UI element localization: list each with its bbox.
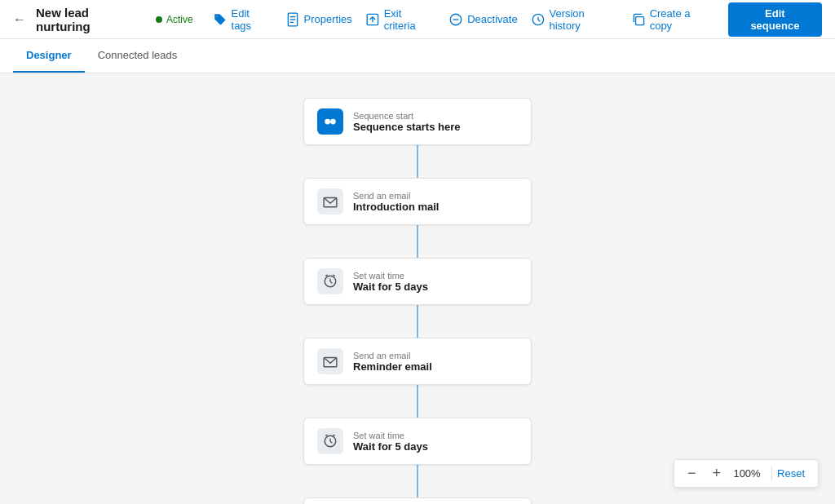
version-history-button[interactable]: Version history [531,7,618,32]
edit-tags-button[interactable]: Edit tags [213,7,272,32]
connector-1 [417,145,418,178]
svg-line-24 [325,435,327,435]
svg-line-19 [333,275,334,276]
connector-4 [417,385,418,418]
node-wait-1[interactable]: Set wait time Wait for 5 days [303,258,532,305]
node-sequence-start[interactable]: Sequence start Sequence starts here [303,98,532,145]
wait-1-icon [317,268,343,294]
node-email-1-title: Introduction mail [353,201,439,213]
tag-icon [213,12,228,27]
connector-2 [417,225,418,258]
sequence-flow: Sequence start Sequence starts here Send… [0,98,835,504]
connector-5 [417,465,418,497]
sequence-start-icon [317,108,343,135]
status-dot-icon [156,16,162,23]
email-1-icon [317,188,343,214]
tabs-bar: Designer Connected leads [0,39,835,73]
header-actions: Edit tags Properties Exit criteria Deact… [213,2,822,37]
properties-button[interactable]: Properties [285,12,352,27]
history-icon [531,12,546,27]
edit-sequence-button[interactable]: Edit sequence [728,2,822,37]
create-copy-button[interactable]: Create a copy [631,7,715,32]
zoom-controls: − + 100% Reset [674,459,819,488]
status-label: Active [166,14,193,25]
node-start-label: Sequence start [353,111,461,121]
status-badge: Active [156,14,193,25]
document-icon [285,12,300,27]
svg-rect-11 [635,16,643,24]
wait-2-icon [317,428,343,454]
page-title: New lead nurturing [36,6,146,33]
header: ← New lead nurturing Active Edit tags Pr… [0,0,835,39]
tab-connected-leads[interactable]: Connected leads [85,39,191,73]
svg-point-13 [330,119,336,125]
node-wait-1-title: Wait for 5 days [353,281,428,293]
exit-icon [365,12,380,27]
zoom-out-button[interactable]: − [683,463,701,484]
node-wait-2-title: Wait for 5 days [353,440,428,453]
node-phone-1[interactable]: Make a phone call Call customer [303,497,532,504]
tab-designer[interactable]: Designer [13,39,85,73]
email-2-icon [317,348,343,374]
svg-line-17 [330,281,332,283]
node-email-1[interactable]: Send an email Introduction mail [303,178,532,225]
back-button[interactable]: ← [13,12,26,27]
exit-criteria-button[interactable]: Exit criteria [365,7,435,32]
connector-3 [417,305,418,338]
node-wait-2[interactable]: Set wait time Wait for 5 days [303,418,532,465]
node-email-2-label: Send an email [353,351,432,360]
node-email-1-label: Send an email [353,191,439,201]
copy-icon [631,12,646,27]
node-wait-2-label: Set wait time [353,431,428,440]
node-email-2-title: Reminder email [353,360,432,373]
node-wait-1-label: Set wait time [353,271,428,281]
svg-line-25 [333,435,334,435]
svg-line-18 [325,275,327,276]
svg-line-23 [330,441,332,443]
zoom-value: 100% [732,467,762,480]
node-email-2[interactable]: Send an email Reminder email [303,338,532,385]
deactivate-button[interactable]: Deactivate [448,12,517,27]
zoom-in-button[interactable]: + [708,463,727,484]
zoom-reset-button[interactable]: Reset [771,466,810,481]
sequence-canvas: Sequence start Sequence starts here Send… [0,73,835,504]
node-start-title: Sequence starts here [353,121,461,133]
deactivate-icon [448,12,463,27]
svg-point-12 [325,119,330,125]
